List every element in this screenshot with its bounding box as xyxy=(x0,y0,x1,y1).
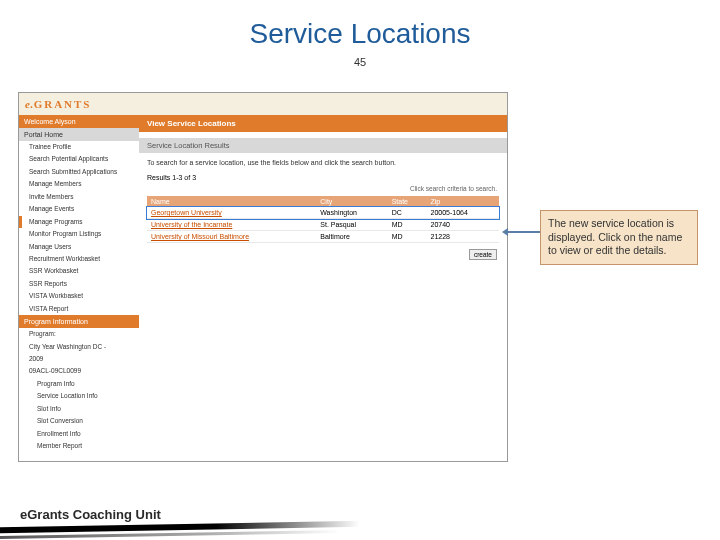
slide-title: Service Locations xyxy=(0,18,720,50)
col-city[interactable]: City xyxy=(316,196,387,207)
footer-stripe-decoration xyxy=(0,521,360,533)
col-zip[interactable]: Zip xyxy=(427,196,499,207)
sidebar: Welcome Alyson Portal Home Trainee Profi… xyxy=(19,115,139,461)
welcome-bar: Welcome Alyson xyxy=(19,115,139,128)
app-window: e.GRANTS Welcome Alyson Portal Home Trai… xyxy=(18,92,508,462)
nav-service-location-info[interactable]: Service Location Info xyxy=(19,390,139,402)
nav-search-submitted[interactable]: Search Submitted Applications xyxy=(19,166,139,178)
main-panel: View Service Locations Service Location … xyxy=(139,115,507,461)
program-line-1: 2009 xyxy=(19,353,139,365)
nav-recruitment-workbasket[interactable]: Recruitment Workbasket xyxy=(19,253,139,265)
row-city: St. Pasqual xyxy=(316,219,387,231)
create-row: create xyxy=(139,245,507,264)
row-city: Baltimore xyxy=(316,231,387,243)
results-count: Results 1-3 of 3 xyxy=(139,172,507,183)
program-info-bar: Program Information xyxy=(19,315,139,328)
nav-invite-members[interactable]: Invite Members xyxy=(19,191,139,203)
table-row: Georgetown University Washington DC 2000… xyxy=(147,207,499,219)
col-state[interactable]: State xyxy=(388,196,427,207)
portal-home-bar[interactable]: Portal Home xyxy=(19,128,139,141)
callout-arrow-icon xyxy=(508,231,540,233)
nav-vista-workbasket[interactable]: VISTA Workbasket xyxy=(19,290,139,302)
footer-stripe-decoration-2 xyxy=(0,530,340,539)
nav-manage-events[interactable]: Manage Events xyxy=(19,203,139,215)
nav-manage-members[interactable]: Manage Members xyxy=(19,178,139,190)
row-city: Washington xyxy=(316,207,387,219)
nav-ssr-reports[interactable]: SSR Reports xyxy=(19,278,139,290)
nav-manage-users[interactable]: Manage Users xyxy=(19,241,139,253)
callout-box: The new service location is displayed. C… xyxy=(540,210,698,265)
nav-monitor-listings[interactable]: Monitor Program Listings xyxy=(19,228,139,240)
table-row: University of Missouri Baltimore Baltimo… xyxy=(147,231,499,243)
slide-number: 45 xyxy=(0,56,720,68)
search-criteria-link[interactable]: Click search criteria to search. xyxy=(139,183,507,194)
nav-member-report[interactable]: Member Report xyxy=(19,440,139,452)
program-line-0: City Year Washington DC - xyxy=(19,341,139,353)
table-header-row: Name City State Zip xyxy=(147,196,499,207)
row-name-link[interactable]: University of Missouri Baltimore xyxy=(151,233,249,240)
nav-program-info[interactable]: Program Info xyxy=(19,378,139,390)
results-table: Name City State Zip Georgetown Universit… xyxy=(147,196,499,243)
brand-e: e. xyxy=(25,98,34,110)
nav-vista-report[interactable]: VISTA Report xyxy=(19,303,139,315)
panel-title-bar: Service Location Results xyxy=(139,138,507,153)
nav-slot-info[interactable]: Slot Info xyxy=(19,403,139,415)
brand-rest: GRANTS xyxy=(34,98,92,110)
row-state: MD xyxy=(388,219,427,231)
nav-trainee-profile[interactable]: Trainee Profile xyxy=(19,141,139,153)
nav-search-potential[interactable]: Search Potential Applicants xyxy=(19,153,139,165)
nav-slot-conversion[interactable]: Slot Conversion xyxy=(19,415,139,427)
instructions-text: To search for a service location, use th… xyxy=(139,153,507,172)
row-zip: 20005-1064 xyxy=(427,207,499,219)
program-label: Program: xyxy=(19,328,139,340)
row-name-link[interactable]: University of the Incarnate xyxy=(151,221,232,228)
nav-enrollment-info[interactable]: Enrollment Info xyxy=(19,428,139,440)
create-button[interactable]: create xyxy=(469,249,497,260)
row-name-link[interactable]: Georgetown University xyxy=(151,209,222,216)
nav-ssr-workbasket[interactable]: SSR Workbasket xyxy=(19,265,139,277)
row-zip: 20740 xyxy=(427,219,499,231)
row-state: MD xyxy=(388,231,427,243)
row-zip: 21228 xyxy=(427,231,499,243)
footer-text: eGrants Coaching Unit xyxy=(20,507,161,522)
nav-manage-programs[interactable]: Manage Programs xyxy=(19,216,139,228)
app-body: Welcome Alyson Portal Home Trainee Profi… xyxy=(19,115,507,461)
row-state: DC xyxy=(388,207,427,219)
brand-logo: e.GRANTS xyxy=(25,98,91,110)
app-header: e.GRANTS xyxy=(19,93,507,115)
col-name[interactable]: Name xyxy=(147,196,316,207)
page-title-bar: View Service Locations xyxy=(139,115,507,132)
table-row: University of the Incarnate St. Pasqual … xyxy=(147,219,499,231)
program-line-2: 09ACL-09CL0099 xyxy=(19,365,139,377)
